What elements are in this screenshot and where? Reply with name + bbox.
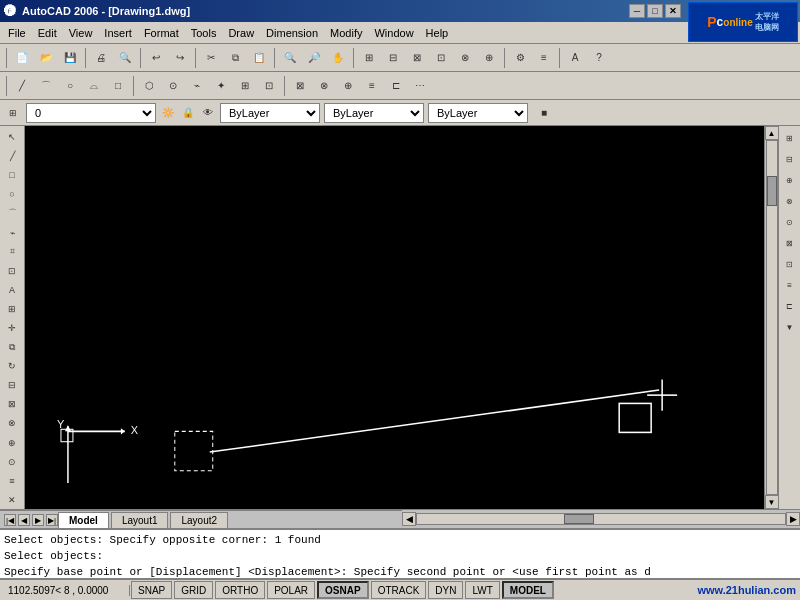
- hscroll-track[interactable]: [416, 513, 786, 525]
- paste-button[interactable]: 📋: [248, 47, 270, 69]
- polyline-tool[interactable]: ⌁: [2, 223, 22, 241]
- layer-name-dropdown[interactable]: 0: [26, 103, 156, 123]
- zoom-out-button[interactable]: 🔎: [303, 47, 325, 69]
- tb2-b10[interactable]: ≡: [361, 75, 383, 97]
- tb2-b7[interactable]: ⊠: [289, 75, 311, 97]
- tab-nav-last[interactable]: ▶|: [46, 514, 58, 526]
- redo-button[interactable]: ↪: [169, 47, 191, 69]
- arc-tool[interactable]: ⌒: [2, 204, 22, 222]
- rt-btn10[interactable]: ▼: [780, 317, 800, 337]
- rt-btn4[interactable]: ⊗: [780, 191, 800, 211]
- move-tool[interactable]: ✛: [2, 319, 22, 337]
- tb2-b1[interactable]: ⬡: [138, 75, 160, 97]
- rect-button[interactable]: □: [107, 75, 129, 97]
- rt-btn7[interactable]: ⊡: [780, 254, 800, 274]
- hscroll-bar[interactable]: ◀ ▶: [402, 510, 800, 528]
- rt-btn5[interactable]: ⊙: [780, 212, 800, 232]
- print-button[interactable]: 🖨: [90, 47, 112, 69]
- rect-tool[interactable]: □: [2, 166, 22, 184]
- minimize-button[interactable]: ─: [629, 4, 645, 18]
- tb2-b12[interactable]: ⋯: [409, 75, 431, 97]
- tb-btn5[interactable]: ⊗: [454, 47, 476, 69]
- tb2-b11[interactable]: ⊏: [385, 75, 407, 97]
- layer-lock-button[interactable]: 🔒: [180, 105, 196, 121]
- circle-tool[interactable]: ○: [2, 185, 22, 203]
- tb2-b8[interactable]: ⊗: [313, 75, 335, 97]
- region-tool[interactable]: ⊡: [2, 262, 22, 280]
- dyn-button[interactable]: DYN: [428, 581, 463, 599]
- copy-tool-left[interactable]: ⧉: [2, 338, 22, 356]
- color-dropdown[interactable]: ByLayer: [220, 103, 320, 123]
- osnap-button[interactable]: OSNAP: [317, 581, 369, 599]
- layout2-tab[interactable]: Layout2: [170, 512, 228, 528]
- menu-edit[interactable]: Edit: [32, 25, 63, 41]
- lwt-button[interactable]: LWT: [465, 581, 499, 599]
- plot-style-button[interactable]: ■: [536, 105, 552, 121]
- open-button[interactable]: 📂: [35, 47, 57, 69]
- arc-button[interactable]: ⌓: [83, 75, 105, 97]
- rt-btn2[interactable]: ⊟: [780, 149, 800, 169]
- zoom-in-button[interactable]: 🔍: [279, 47, 301, 69]
- rt-btn9[interactable]: ⊏: [780, 296, 800, 316]
- properties-button[interactable]: ⚙: [509, 47, 531, 69]
- pan-button[interactable]: ✋: [327, 47, 349, 69]
- tb2-b3[interactable]: ⌁: [186, 75, 208, 97]
- snap-button[interactable]: SNAP: [131, 581, 172, 599]
- vscroll-up-button[interactable]: ▲: [765, 126, 779, 140]
- tb2-b5[interactable]: ⊞: [234, 75, 256, 97]
- rt-btn3[interactable]: ⊕: [780, 170, 800, 190]
- rotate-tool[interactable]: ↻: [2, 357, 22, 375]
- match-prop-button[interactable]: ≡: [533, 47, 555, 69]
- text-tool[interactable]: A: [2, 281, 22, 299]
- close-button[interactable]: ✕: [665, 4, 681, 18]
- model-tab[interactable]: Model: [58, 512, 109, 528]
- linetype-dropdown[interactable]: ByLayer: [324, 103, 424, 123]
- tb-btn2[interactable]: ⊟: [382, 47, 404, 69]
- ortho-button[interactable]: ORTHO: [215, 581, 265, 599]
- lineweight-dropdown[interactable]: ByLayer: [428, 103, 528, 123]
- insert-block-tool[interactable]: ⊞: [2, 300, 22, 318]
- circle-button[interactable]: ○: [59, 75, 81, 97]
- layer-visible-button[interactable]: 👁: [200, 105, 216, 121]
- vscroll-down-button[interactable]: ▼: [765, 495, 779, 509]
- maximize-button[interactable]: □: [647, 4, 663, 18]
- stretch-tool[interactable]: ⊗: [2, 414, 22, 432]
- menu-file[interactable]: File: [2, 25, 32, 41]
- line-button[interactable]: ╱: [11, 75, 33, 97]
- tb2-b9[interactable]: ⊕: [337, 75, 359, 97]
- select-button[interactable]: ↖: [2, 128, 22, 146]
- menu-tools[interactable]: Tools: [185, 25, 223, 41]
- tb2-b4[interactable]: ✦: [210, 75, 232, 97]
- drawing-canvas[interactable]: X Y: [25, 126, 764, 509]
- layer-manager-button[interactable]: ⊞: [4, 104, 22, 122]
- hscroll-left-button[interactable]: ◀: [402, 512, 416, 526]
- menu-dimension[interactable]: Dimension: [260, 25, 324, 41]
- line-tool[interactable]: ╱: [2, 147, 22, 165]
- tb-extra2[interactable]: ?: [588, 47, 610, 69]
- mirror-tool[interactable]: ⊟: [2, 376, 22, 394]
- menu-modify[interactable]: Modify: [324, 25, 368, 41]
- tab-nav-first[interactable]: |◀: [4, 514, 16, 526]
- extend-tool[interactable]: ⊙: [2, 453, 22, 471]
- tb-extra1[interactable]: A: [564, 47, 586, 69]
- tab-nav-next[interactable]: ▶: [32, 514, 44, 526]
- tb-btn6[interactable]: ⊕: [478, 47, 500, 69]
- grid-button[interactable]: GRID: [174, 581, 213, 599]
- vertical-scrollbar[interactable]: ▲ ▼: [764, 126, 778, 509]
- polyline-button[interactable]: ⌒: [35, 75, 57, 97]
- vscroll-thumb[interactable]: [767, 176, 777, 206]
- layout1-tab[interactable]: Layout1: [111, 512, 169, 528]
- tab-nav-prev[interactable]: ◀: [18, 514, 30, 526]
- hscroll-thumb[interactable]: [564, 514, 594, 524]
- new-button[interactable]: 📄: [11, 47, 33, 69]
- menu-insert[interactable]: Insert: [98, 25, 138, 41]
- menu-draw[interactable]: Draw: [222, 25, 260, 41]
- trim-tool[interactable]: ⊕: [2, 434, 22, 452]
- rt-btn1[interactable]: ⊞: [780, 128, 800, 148]
- menu-view[interactable]: View: [63, 25, 99, 41]
- copy-button[interactable]: ⧉: [224, 47, 246, 69]
- rt-btn6[interactable]: ⊠: [780, 233, 800, 253]
- color-freeze-button[interactable]: 🔆: [160, 105, 176, 121]
- menu-format[interactable]: Format: [138, 25, 185, 41]
- tb2-b2[interactable]: ⊙: [162, 75, 184, 97]
